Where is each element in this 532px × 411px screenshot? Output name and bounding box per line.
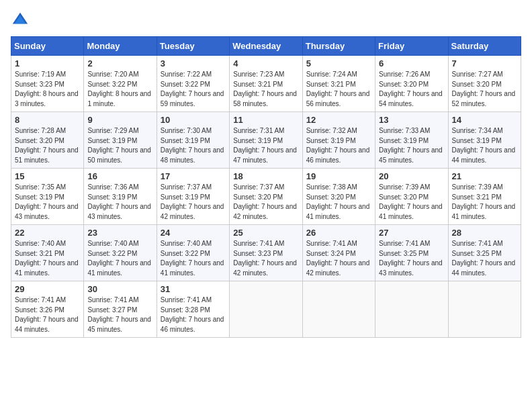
day-number: 11: [233, 115, 298, 125]
day-number: 23: [87, 228, 152, 238]
calendar-cell: 13Sunrise: 7:33 AMSunset: 3:19 PMDayligh…: [375, 112, 448, 169]
sunset: Sunset: 3:22 PM: [161, 81, 210, 88]
sunrise: Sunrise: 7:41 AM: [87, 296, 138, 304]
daylight-label: Daylight: 7 hours and 42 minutes.: [161, 203, 224, 220]
day-number: 22: [15, 228, 80, 238]
day-number: 28: [452, 228, 517, 238]
sunrise: Sunrise: 7:41 AM: [233, 240, 284, 247]
day-info: Sunrise: 7:40 AMSunset: 3:22 PMDaylight:…: [87, 239, 152, 278]
calendar-cell: 7Sunrise: 7:27 AMSunset: 3:20 PMDaylight…: [448, 56, 521, 112]
day-info: Sunrise: 7:41 AMSunset: 3:25 PMDaylight:…: [379, 239, 444, 278]
weekday-header-saturday: Saturday: [448, 37, 521, 56]
sunrise: Sunrise: 7:27 AM: [452, 71, 503, 78]
daylight-label: Daylight: 7 hours and 47 minutes.: [233, 146, 297, 164]
daylight-label: Daylight: 7 hours and 43 minutes.: [87, 203, 151, 220]
calendar-cell: 4Sunrise: 7:23 AMSunset: 3:21 PMDaylight…: [230, 56, 302, 112]
daylight-label: Daylight: 7 hours and 44 minutes.: [15, 316, 79, 333]
sunrise: Sunrise: 7:39 AM: [379, 183, 430, 191]
sunset: Sunset: 3:23 PM: [15, 81, 64, 88]
day-number: 7: [452, 58, 517, 68]
daylight-label: Daylight: 7 hours and 46 minutes.: [161, 316, 224, 333]
sunset: Sunset: 3:19 PM: [87, 137, 137, 144]
day-info: Sunrise: 7:41 AMSunset: 3:27 PMDaylight:…: [87, 295, 152, 334]
sunset: Sunset: 3:21 PM: [233, 81, 283, 88]
day-number: 27: [379, 228, 444, 238]
day-number: 18: [233, 171, 298, 181]
daylight-label: Daylight: 7 hours and 51 minutes.: [15, 146, 79, 164]
day-info: Sunrise: 7:40 AMSunset: 3:21 PMDaylight:…: [15, 239, 80, 278]
day-info: Sunrise: 7:24 AMSunset: 3:21 PMDaylight:…: [306, 70, 371, 109]
header: [11, 11, 521, 30]
sunset: Sunset: 3:20 PM: [379, 193, 429, 201]
daylight-label: Daylight: 7 hours and 44 minutes.: [452, 259, 516, 277]
day-info: Sunrise: 7:38 AMSunset: 3:20 PMDaylight:…: [306, 183, 371, 222]
calendar-cell: 22Sunrise: 7:40 AMSunset: 3:21 PMDayligh…: [11, 225, 84, 281]
day-info: Sunrise: 7:37 AMSunset: 3:20 PMDaylight:…: [233, 183, 298, 222]
daylight-label: Daylight: 7 hours and 52 minutes.: [452, 90, 516, 107]
sunrise: Sunrise: 7:41 AM: [15, 296, 66, 304]
daylight-label: Daylight: 7 hours and 41 minutes.: [379, 203, 443, 220]
calendar: SundayMondayTuesdayWednesdayThursdayFrid…: [11, 36, 521, 338]
sunset: Sunset: 3:20 PM: [379, 81, 429, 88]
day-number: 9: [87, 115, 152, 125]
sunrise: Sunrise: 7:29 AM: [87, 127, 138, 134]
day-info: Sunrise: 7:41 AMSunset: 3:24 PMDaylight:…: [306, 239, 371, 278]
sunrise: Sunrise: 7:26 AM: [379, 71, 430, 78]
day-number: 25: [233, 228, 298, 238]
daylight-label: Daylight: 8 hours and 1 minute.: [87, 90, 151, 107]
day-number: 16: [87, 171, 152, 181]
sunset: Sunset: 3:19 PM: [161, 137, 210, 144]
daylight-label: Daylight: 7 hours and 56 minutes.: [306, 90, 370, 107]
day-info: Sunrise: 7:30 AMSunset: 3:19 PMDaylight:…: [161, 126, 226, 165]
sunrise: Sunrise: 7:40 AM: [15, 240, 66, 247]
calendar-cell: [230, 281, 302, 338]
sunrise: Sunrise: 7:39 AM: [452, 183, 503, 191]
weekday-header-tuesday: Tuesday: [157, 37, 229, 56]
daylight-label: Daylight: 7 hours and 59 minutes.: [161, 90, 224, 107]
calendar-week-1: 1Sunrise: 7:19 AMSunset: 3:23 PMDaylight…: [11, 56, 521, 112]
calendar-cell: 10Sunrise: 7:30 AMSunset: 3:19 PMDayligh…: [157, 112, 229, 169]
day-number: 12: [306, 115, 371, 125]
day-number: 5: [306, 58, 371, 68]
day-info: Sunrise: 7:41 AMSunset: 3:26 PMDaylight:…: [15, 295, 80, 334]
daylight-label: Daylight: 7 hours and 50 minutes.: [87, 146, 151, 164]
sunrise: Sunrise: 7:33 AM: [379, 127, 430, 134]
calendar-cell: [375, 281, 448, 338]
day-info: Sunrise: 7:26 AMSunset: 3:20 PMDaylight:…: [379, 70, 444, 109]
day-number: 15: [15, 171, 80, 181]
sunrise: Sunrise: 7:32 AM: [306, 127, 357, 134]
daylight-label: Daylight: 7 hours and 44 minutes.: [452, 146, 516, 164]
calendar-cell: 24Sunrise: 7:40 AMSunset: 3:22 PMDayligh…: [157, 225, 229, 281]
weekday-header-monday: Monday: [84, 37, 157, 56]
daylight-label: Daylight: 7 hours and 41 minutes.: [306, 203, 370, 220]
sunset: Sunset: 3:21 PM: [452, 193, 502, 201]
sunset: Sunset: 3:19 PM: [161, 193, 210, 201]
sunrise: Sunrise: 7:40 AM: [161, 240, 212, 247]
sunrise: Sunrise: 7:24 AM: [306, 71, 357, 78]
sunrise: Sunrise: 7:36 AM: [87, 183, 138, 191]
day-number: 2: [87, 58, 152, 68]
sunrise: Sunrise: 7:23 AM: [233, 71, 284, 78]
sunset: Sunset: 3:26 PM: [15, 306, 64, 314]
daylight-label: Daylight: 7 hours and 46 minutes.: [306, 146, 370, 164]
sunset: Sunset: 3:20 PM: [233, 193, 283, 201]
sunset: Sunset: 3:20 PM: [452, 81, 502, 88]
calendar-cell: 12Sunrise: 7:32 AMSunset: 3:19 PMDayligh…: [302, 112, 375, 169]
day-info: Sunrise: 7:27 AMSunset: 3:20 PMDaylight:…: [452, 70, 517, 109]
calendar-cell: 16Sunrise: 7:36 AMSunset: 3:19 PMDayligh…: [84, 169, 157, 225]
sunrise: Sunrise: 7:22 AM: [161, 71, 212, 78]
sunset: Sunset: 3:25 PM: [452, 250, 502, 257]
day-number: 14: [452, 115, 517, 125]
sunset: Sunset: 3:28 PM: [161, 306, 210, 314]
sunset: Sunset: 3:23 PM: [233, 250, 283, 257]
daylight-label: Daylight: 7 hours and 45 minutes.: [379, 146, 443, 164]
daylight-label: Daylight: 7 hours and 45 minutes.: [87, 316, 151, 333]
sunrise: Sunrise: 7:41 AM: [306, 240, 357, 247]
daylight-label: Daylight: 7 hours and 41 minutes.: [15, 259, 79, 277]
day-info: Sunrise: 7:32 AMSunset: 3:19 PMDaylight:…: [306, 126, 371, 165]
day-info: Sunrise: 7:41 AMSunset: 3:25 PMDaylight:…: [452, 239, 517, 278]
calendar-cell: 11Sunrise: 7:31 AMSunset: 3:19 PMDayligh…: [230, 112, 302, 169]
calendar-cell: 3Sunrise: 7:22 AMSunset: 3:22 PMDaylight…: [157, 56, 229, 112]
day-number: 10: [161, 115, 226, 125]
day-info: Sunrise: 7:22 AMSunset: 3:22 PMDaylight:…: [161, 70, 226, 109]
